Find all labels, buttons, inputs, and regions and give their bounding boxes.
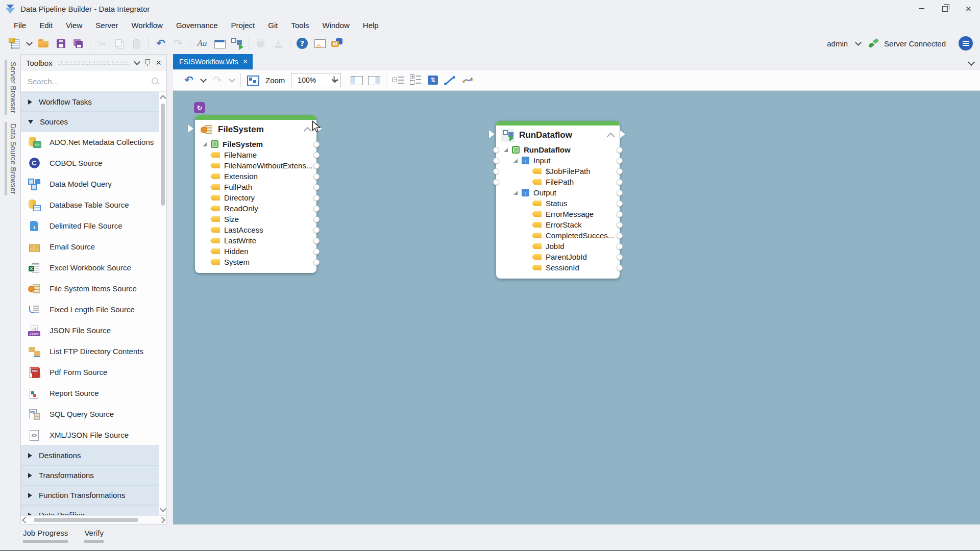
workflow-node-rundataflow[interactable]: RunDataflowRunDataflowInput$JobFilePathF… [496, 121, 620, 279]
tree-row[interactable]: FileNameWithoutExtens... [195, 160, 316, 171]
dropdown-chevron-icon[interactable] [25, 36, 33, 51]
pin-icon[interactable] [144, 59, 151, 67]
messages-icon[interactable] [959, 36, 973, 51]
ai-assistant-icon[interactable] [330, 36, 344, 51]
expander-icon[interactable] [202, 142, 207, 147]
tree-row[interactable]: RunDataflow [496, 144, 620, 155]
tree-row[interactable]: ErrorMessage [496, 209, 620, 219]
menu-item[interactable]: Window [315, 17, 356, 33]
workflow-node-filesystem[interactable]: FileSystemFileSystemFileNameFileNameWith… [195, 115, 316, 273]
panel-close-icon[interactable] [156, 58, 161, 68]
side-tab[interactable]: Server Browser [5, 60, 18, 115]
node-header[interactable]: FileSystem [195, 120, 316, 138]
toolbox-drag-grip[interactable] [58, 61, 130, 65]
workflow-canvas[interactable]: FileSystemFileSystemFileNameFileNameWith… [173, 91, 980, 524]
tree-row[interactable]: $JobFilePath [496, 166, 620, 177]
side-tab[interactable]: Data Source Browser [5, 122, 18, 196]
user-menu[interactable]: admin [827, 39, 848, 48]
close-tab-icon[interactable] [243, 58, 248, 66]
tree-row[interactable]: SessionId [496, 262, 620, 273]
toolbox-section-header[interactable]: Function Transformations [21, 485, 159, 505]
tree-row[interactable]: FileSystem [195, 139, 316, 149]
tree-row[interactable]: JobId [496, 241, 620, 252]
close-icon[interactable] [957, 0, 980, 17]
tree-row[interactable]: System [195, 257, 316, 267]
help-icon[interactable] [295, 36, 309, 51]
toolbox-item[interactable]: Fixed Length File Source [21, 299, 159, 320]
redo-icon[interactable] [171, 36, 185, 51]
tree-row[interactable]: FullPath [195, 182, 316, 192]
toolbox-item[interactable]: XML/JSON File Source [21, 424, 159, 445]
expand-all-icon[interactable] [408, 73, 423, 87]
scrollbar-thumb[interactable] [161, 104, 165, 206]
toolbox-item[interactable]: Database Table Source [21, 194, 159, 215]
node-input-connector[interactable] [188, 124, 193, 133]
curved-connector-icon[interactable] [460, 73, 475, 87]
toolbox-section-header[interactable]: Sources [21, 112, 159, 132]
collapse-node-icon[interactable] [304, 127, 312, 135]
tree-row[interactable]: Status [496, 198, 620, 209]
menu-item[interactable]: Server [89, 17, 125, 33]
restore-icon[interactable] [933, 0, 957, 17]
toolbox-section-header[interactable]: Transformations [21, 465, 159, 485]
tree-row[interactable]: FileName [195, 149, 316, 160]
collapse-node-icon[interactable] [607, 133, 615, 141]
menu-item[interactable]: Governance [169, 17, 225, 33]
menu-item[interactable]: File [7, 17, 33, 33]
tree-row[interactable]: ErrorStack [496, 219, 620, 230]
toolbox-item[interactable]: Excel Workbook Source [21, 257, 159, 278]
overview-icon[interactable] [246, 73, 260, 87]
toolbox-item[interactable]: List FTP Directory Contents [21, 341, 159, 362]
panel-splitter[interactable] [167, 54, 173, 524]
toolbox-vertical-scrollbar[interactable] [159, 92, 166, 515]
toolbox-item[interactable]: File System Items Source [21, 278, 159, 299]
run-dataflow-toolbar-icon[interactable] [230, 36, 244, 51]
dropdown-chevron-icon[interactable] [854, 36, 862, 51]
scroll-left-icon[interactable] [22, 517, 29, 523]
menu-item[interactable]: Workflow [125, 17, 169, 33]
deploy-icon[interactable] [271, 36, 285, 51]
menu-item[interactable]: Help [356, 17, 385, 33]
dropdown-chevron-icon[interactable] [199, 73, 207, 87]
toolbox-item[interactable]: JSON File Source [21, 320, 159, 341]
redo-icon[interactable] [210, 73, 225, 87]
collapse-all-icon[interactable] [391, 73, 405, 87]
new-window-icon[interactable] [212, 36, 227, 51]
menu-item[interactable]: Edit [33, 17, 59, 33]
start-page-icon[interactable] [312, 36, 327, 51]
node-header[interactable]: RunDataflow [496, 126, 620, 143]
expand-right-panel-icon[interactable] [367, 73, 381, 87]
toolbox-section-header[interactable]: Data Profiling [21, 505, 159, 515]
expander-icon[interactable] [513, 190, 518, 195]
undo-icon[interactable] [154, 36, 168, 51]
open-icon[interactable] [36, 36, 51, 51]
toolbox-item[interactable]: Delimited File Source [21, 215, 159, 236]
zoom-dropdown[interactable]: 100% [291, 73, 341, 87]
scrollbar-thumb[interactable] [34, 518, 138, 522]
tree-row[interactable]: ParentJobId [496, 252, 620, 262]
expander-icon[interactable] [503, 147, 508, 153]
tree-row[interactable]: FilePath [496, 177, 620, 187]
tree-row[interactable]: LastAccess [195, 224, 316, 235]
tree-row[interactable]: LastWrite [195, 235, 316, 246]
toolbox-item[interactable]: Pdf Form Source [21, 362, 159, 383]
node-output-connector[interactable] [620, 130, 625, 138]
tree-row[interactable]: ReadOnly [195, 203, 316, 214]
cut-icon[interactable] [95, 36, 109, 51]
save-icon[interactable] [54, 36, 68, 51]
node-input-connector[interactable] [489, 130, 495, 138]
tab-list-chevron-icon[interactable] [968, 59, 975, 66]
scroll-down-icon[interactable] [160, 506, 166, 512]
tree-row[interactable]: Directory [195, 192, 316, 203]
expander-icon[interactable] [513, 158, 518, 163]
straight-connector-icon[interactable] [443, 73, 457, 87]
toolbox-item[interactable]: ADO.Net Metadata Collections [21, 132, 159, 153]
paste-icon[interactable] [130, 36, 144, 51]
toolbox-section-header[interactable]: Destinations [21, 445, 159, 465]
toolbox-section-header[interactable]: Workflow Tasks [21, 92, 159, 112]
toolbox-item[interactable]: SQL Query Source [21, 404, 159, 424]
bottom-tab[interactable]: Verify [84, 529, 104, 543]
dropdown-chevron-icon[interactable] [228, 73, 236, 87]
tree-row[interactable]: CompletedSucces... [496, 230, 620, 241]
bottom-tab[interactable]: Job Progress [23, 529, 68, 543]
